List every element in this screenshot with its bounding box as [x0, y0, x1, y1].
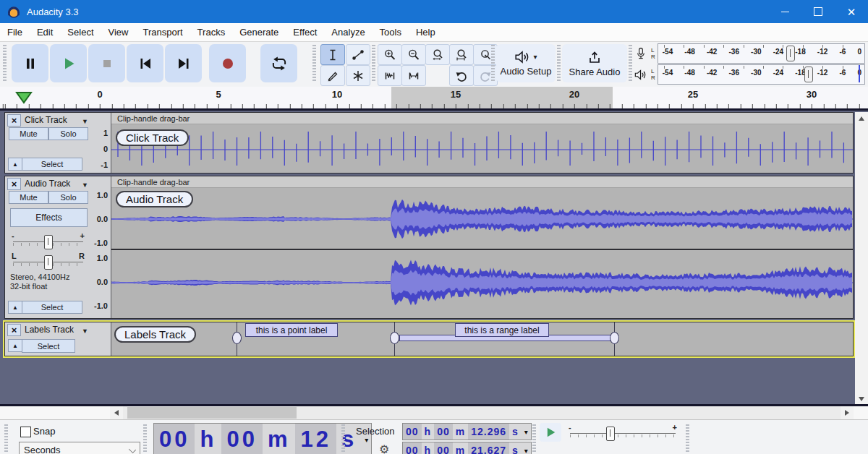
maximize-button[interactable] — [801, 0, 835, 23]
labels-track-menu-icon[interactable] — [82, 323, 90, 336]
range-label-start-handle[interactable] — [390, 332, 399, 344]
audio-waveform-left[interactable] — [111, 187, 853, 249]
playback-meter-scale[interactable]: -54-48-42-36-30-24-18-12-60 — [658, 64, 865, 85]
playback-meter[interactable]: LR -54-48-42-36-30-24-18-12-60 — [632, 64, 865, 85]
click-clip-handle[interactable]: Clip-handle drag-bar — [111, 113, 853, 124]
hscroll-track[interactable] — [123, 406, 841, 419]
menu-help[interactable]: Help — [409, 23, 443, 41]
zoom-out-button[interactable] — [401, 44, 426, 65]
loop-button[interactable] — [260, 44, 297, 82]
audio-track-volume-slider[interactable]: - + — [12, 233, 85, 249]
multi-tool-button[interactable] — [346, 65, 370, 86]
menu-effect[interactable]: Effect — [286, 23, 324, 41]
record-button[interactable] — [209, 44, 246, 82]
selection-start-dropdown-icon[interactable] — [522, 424, 531, 440]
audio-track-name[interactable]: Audio Track — [25, 179, 82, 189]
share-audio-button[interactable]: Share Audio — [562, 44, 627, 82]
click-track-content[interactable]: Clip-handle drag-bar Click Track — [111, 113, 853, 173]
selection-end-field[interactable]: 00h00m21.627s — [402, 442, 532, 454]
menu-tracks[interactable]: Tracks — [190, 23, 233, 41]
menu-analyze[interactable]: Analyze — [324, 23, 372, 41]
fit-project-button[interactable] — [449, 44, 474, 65]
menu-generate[interactable]: Generate — [232, 23, 286, 41]
click-track-waveform[interactable] — [111, 124, 853, 171]
horizontal-scrollbar[interactable] — [0, 406, 868, 419]
volume-slider-knob[interactable] — [44, 235, 53, 249]
transport-toolbar-grip[interactable] — [3, 45, 7, 82]
recording-meter-scale[interactable]: -54-48-42-36-30-24-18-12-60 — [658, 43, 865, 64]
click-track-mute-button[interactable]: Mute — [9, 127, 48, 140]
labels-track-select-button[interactable]: Select — [22, 339, 75, 353]
scroll-up-button[interactable] — [855, 112, 868, 124]
snap-toolbar-grip[interactable] — [4, 424, 8, 453]
stop-button[interactable] — [88, 44, 125, 82]
snap-format-select[interactable]: Seconds — [19, 442, 140, 454]
audio-clip-handle[interactable]: Clip-handle drag-bar — [111, 176, 853, 188]
play-speed-slider[interactable]: - + — [569, 424, 677, 440]
menu-edit[interactable]: Edit — [30, 23, 60, 41]
selection-end-dropdown-icon[interactable] — [522, 442, 531, 454]
audio-waveform-right[interactable] — [111, 250, 853, 315]
timeline-pin-icon[interactable] — [15, 91, 33, 104]
skip-to-end-button[interactable] — [165, 44, 202, 82]
click-track-pill[interactable]: Click Track — [116, 129, 189, 146]
click-track-menu-icon[interactable] — [82, 113, 90, 127]
draw-tool-button[interactable] — [320, 65, 345, 86]
audio-track-effects-button[interactable]: Effects — [10, 208, 88, 227]
selection-toolbar-grip[interactable] — [341, 424, 345, 453]
labels-track-content[interactable]: this is a point label this is a range la… — [111, 322, 853, 356]
snap-checkbox[interactable] — [20, 427, 31, 437]
audio-track-collapse-button[interactable] — [8, 301, 22, 314]
hscroll-thumb[interactable] — [127, 407, 297, 419]
scroll-down-button[interactable] — [855, 393, 868, 405]
minimize-button[interactable] — [768, 0, 801, 23]
audio-setup-grip[interactable] — [491, 45, 495, 82]
speed-slider-knob[interactable] — [606, 427, 615, 441]
labels-track-collapse-button[interactable] — [8, 339, 22, 352]
audio-track-select-button[interactable]: Select — [22, 301, 82, 314]
audio-track-pill[interactable]: Audio Track — [116, 191, 193, 207]
click-track-name[interactable]: Click Track — [25, 115, 82, 125]
silence-audio-button[interactable] — [401, 65, 426, 86]
empty-toolbar-grip[interactable] — [686, 424, 689, 453]
menu-view[interactable]: View — [101, 23, 136, 41]
selection-settings-gear-icon[interactable] — [379, 442, 389, 454]
selection-tool-button[interactable] — [320, 44, 345, 65]
audio-track-pan-slider[interactable]: L R — [12, 253, 85, 269]
timeline-ruler[interactable]: 0 5 10 15 20 25 30 — [0, 87, 868, 108]
audio-track-menu-icon[interactable] — [82, 177, 90, 190]
time-display[interactable]: 00h00m12s — [153, 423, 372, 454]
labels-track-pill[interactable]: Labels Track — [114, 326, 196, 343]
close-button[interactable]: ✕ — [835, 0, 868, 23]
range-label[interactable]: this is a range label — [455, 323, 549, 337]
audio-track-content[interactable]: Clip-handle drag-bar Audio Track — [111, 176, 853, 318]
range-label-end-handle[interactable] — [610, 332, 619, 344]
audio-track-solo-button[interactable]: Solo — [48, 191, 88, 204]
pan-slider-knob[interactable] — [44, 255, 53, 270]
recording-meter[interactable]: LR -54-48-42-36-30-24-18-12-60 — [632, 43, 865, 64]
scroll-left-button[interactable] — [110, 406, 123, 419]
audio-track-mute-button[interactable]: Mute — [9, 191, 48, 204]
skip-to-start-button[interactable] — [127, 44, 163, 82]
scroll-right-button[interactable] — [841, 406, 854, 419]
labels-track-close-button[interactable] — [7, 324, 21, 336]
click-track-select-button[interactable]: Select — [22, 158, 82, 171]
undo-button[interactable] — [449, 65, 474, 86]
trim-audio-button[interactable] — [378, 65, 402, 86]
play-button[interactable] — [50, 44, 87, 82]
zoom-in-button[interactable] — [378, 44, 402, 65]
pause-button[interactable] — [12, 44, 48, 82]
menu-transport[interactable]: Transport — [135, 23, 190, 41]
click-track-collapse-button[interactable] — [8, 158, 22, 171]
menu-select[interactable]: Select — [60, 23, 101, 41]
labels-track-name[interactable]: Labels Track — [25, 325, 82, 335]
audio-setup-button[interactable]: Audio Setup — [496, 44, 556, 82]
point-label-handle[interactable] — [232, 332, 242, 344]
fit-selection-button[interactable] — [425, 44, 450, 65]
vertical-scrollbar[interactable] — [855, 112, 868, 405]
click-track-close-button[interactable] — [7, 114, 21, 127]
click-track-solo-button[interactable]: Solo — [48, 127, 88, 140]
recording-volume-slider[interactable] — [786, 46, 795, 61]
playback-volume-slider[interactable] — [804, 67, 813, 82]
menu-tools[interactable]: Tools — [373, 23, 409, 41]
